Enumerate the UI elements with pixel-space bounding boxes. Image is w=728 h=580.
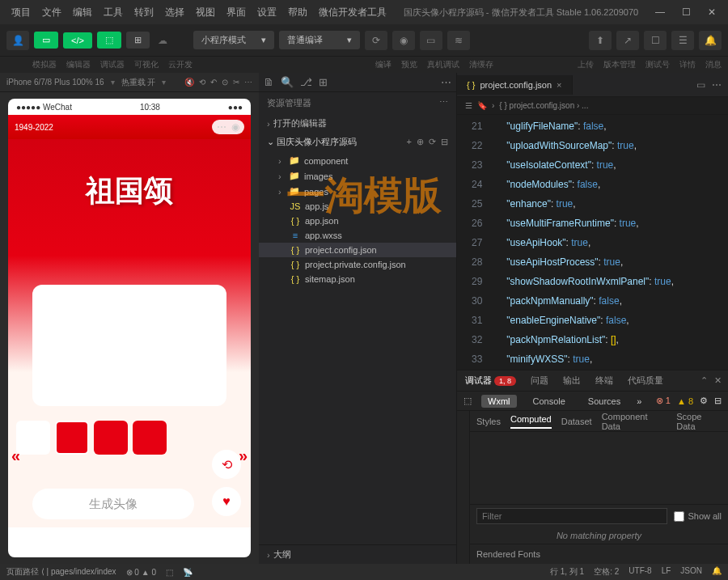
menu-item[interactable]: 文件: [37, 2, 66, 23]
menu-item[interactable]: 帮助: [283, 2, 312, 23]
phone-simulator[interactable]: ●●●●● WeChat 10:38 ●●● 1949-2022 ⋯ ◉ 祖国颂…: [8, 99, 251, 557]
output-tab[interactable]: 输出: [561, 371, 582, 390]
menu-dots-icon[interactable]: ⋯: [217, 121, 226, 133]
clear-cache-button[interactable]: ≋: [447, 31, 470, 50]
editor-tab[interactable]: { } project.config.json ×: [457, 75, 573, 95]
debugger-toggle[interactable]: ⬚: [97, 32, 121, 49]
menu-item[interactable]: 视图: [191, 2, 220, 23]
bookmark-icon[interactable]: 🔖: [477, 101, 487, 110]
dock-icon[interactable]: ⊟: [714, 396, 722, 406]
bell-icon[interactable]: 🔔: [712, 566, 722, 578]
ext-icon[interactable]: ⊞: [319, 76, 328, 88]
issues-tab[interactable]: 问题: [529, 371, 550, 390]
file-item[interactable]: { }project.private.config.json: [259, 257, 456, 272]
component-data-tab[interactable]: Component Data: [602, 412, 667, 431]
more-icon[interactable]: ⋯: [712, 79, 722, 91]
preview-button[interactable]: ◉: [392, 31, 415, 50]
language-mode[interactable]: JSON: [680, 566, 702, 578]
scope-data-tab[interactable]: Scope Data: [676, 412, 722, 431]
more-icon[interactable]: ⋯: [441, 76, 451, 88]
remote-debug-button[interactable]: ▭: [420, 31, 442, 50]
explorer-more-icon[interactable]: ⋯: [439, 97, 448, 109]
indent-setting[interactable]: 空格: 2: [594, 566, 619, 578]
close-panel-icon[interactable]: ✕: [714, 375, 722, 386]
broadcast-icon[interactable]: 📡: [183, 568, 193, 577]
rotate-icon[interactable]: ⟲: [199, 78, 205, 87]
menu-item[interactable]: 设置: [252, 2, 281, 23]
show-all-checkbox[interactable]: Show all: [674, 511, 722, 522]
outline-section[interactable]: ›大纲: [259, 545, 456, 564]
encoding[interactable]: UTF-8: [629, 566, 651, 578]
file-item[interactable]: JSapp.js: [259, 199, 456, 214]
chevron-up-icon[interactable]: ⌃: [700, 375, 708, 386]
folder-item[interactable]: ›📁component: [259, 153, 456, 168]
new-file-icon[interactable]: +: [407, 137, 412, 147]
like-fab[interactable]: ♥: [212, 487, 241, 516]
menu-item[interactable]: 界面: [222, 2, 251, 23]
styles-tab[interactable]: Styles: [476, 417, 501, 426]
crumb-item[interactable]: { } project.config.json › ...: [499, 101, 588, 110]
details-button[interactable]: ☰: [671, 31, 694, 50]
wxml-tab[interactable]: Wxml: [481, 395, 517, 408]
maximize-button[interactable]: ☐: [676, 2, 696, 22]
console-tab[interactable]: Console: [527, 395, 572, 408]
avatar-icon[interactable]: 👤: [6, 31, 29, 50]
editor-toggle[interactable]: </>: [63, 32, 92, 49]
share-fab[interactable]: ⟲: [212, 450, 241, 479]
more-icon[interactable]: ⋯: [244, 78, 252, 87]
close-tab-icon[interactable]: ×: [557, 80, 561, 90]
version-button[interactable]: ↗: [616, 31, 639, 50]
warning-count[interactable]: ▲ 8: [677, 396, 693, 406]
project-root[interactable]: ⌄ 国庆头像小程序源码 + ⊕ ⟳ ⊟: [259, 133, 456, 151]
files-icon[interactable]: 🗎: [264, 76, 274, 88]
cut-icon[interactable]: ✂: [233, 78, 239, 87]
new-folder-icon[interactable]: ⊕: [417, 137, 424, 147]
home-icon[interactable]: ⊙: [222, 78, 228, 87]
file-item[interactable]: ≡app.wxss: [259, 228, 456, 243]
cloud-dev-label[interactable]: ☁: [158, 35, 167, 46]
sources-tab[interactable]: Sources: [582, 395, 627, 408]
filter-input[interactable]: [476, 508, 667, 524]
code-editor[interactable]: 212223242526272829303132333435 "uglifyFi…: [457, 115, 728, 370]
folder-item[interactable]: ›📁pages: [259, 184, 456, 199]
page-path[interactable]: 页面路径 ⟨ | pages/index/index: [6, 566, 116, 578]
thumb-4[interactable]: [133, 421, 167, 455]
compile-dropdown[interactable]: 普通编译▾: [279, 31, 360, 49]
debugger-tab[interactable]: 调试器 1, 8: [463, 371, 518, 390]
mode-dropdown[interactable]: 小程序模式▾: [193, 31, 274, 49]
quality-tab[interactable]: 代码质量: [626, 371, 665, 390]
thumb-1[interactable]: [16, 421, 50, 455]
test-account-button[interactable]: ☐: [644, 31, 667, 50]
file-item[interactable]: { }app.json: [259, 214, 456, 228]
back-icon[interactable]: ↶: [210, 78, 217, 87]
collapse-icon[interactable]: ⊟: [441, 137, 448, 147]
close-circle-icon[interactable]: ◉: [231, 121, 239, 133]
menu-item[interactable]: 微信开发者工具: [314, 2, 392, 23]
notifications-button[interactable]: 🔔: [699, 31, 722, 50]
open-editors-section[interactable]: ›打开的编辑器: [259, 114, 456, 133]
upload-button[interactable]: ⬆: [589, 31, 612, 50]
file-item[interactable]: { }sitemap.json: [259, 272, 456, 286]
status-errors[interactable]: ⊗ 0 ▲ 0: [126, 568, 156, 577]
branch-icon[interactable]: ⎇: [300, 76, 312, 88]
refresh-icon[interactable]: ⟳: [429, 137, 436, 147]
error-count[interactable]: ⊗ 1: [656, 396, 671, 406]
device-selector[interactable]: iPhone 6/7/8 Plus 100% 16: [6, 78, 104, 87]
visual-toggle[interactable]: ⊞: [126, 32, 150, 49]
close-button[interactable]: ✕: [702, 2, 722, 22]
toggle-sidebar-icon[interactable]: ☰: [465, 101, 472, 110]
wxml-tree[interactable]: [457, 411, 469, 564]
eol[interactable]: LF: [662, 566, 671, 578]
capsule-button[interactable]: ⋯ ◉: [212, 120, 244, 134]
minimize-button[interactable]: —: [650, 2, 670, 22]
generate-button[interactable]: 生成头像: [32, 489, 194, 519]
menu-item[interactable]: 转到: [129, 2, 159, 23]
mute-icon[interactable]: 🔇: [184, 78, 194, 87]
gear-icon[interactable]: ⚙: [700, 396, 708, 406]
menu-item[interactable]: 工具: [99, 2, 128, 23]
scene-icon[interactable]: ⬚: [166, 568, 173, 577]
compile-button[interactable]: ⟳: [365, 31, 387, 50]
hotreload-toggle[interactable]: 热重载 开: [121, 77, 156, 88]
search-icon[interactable]: 🔍: [281, 76, 294, 88]
terminal-tab[interactable]: 终端: [594, 371, 615, 390]
